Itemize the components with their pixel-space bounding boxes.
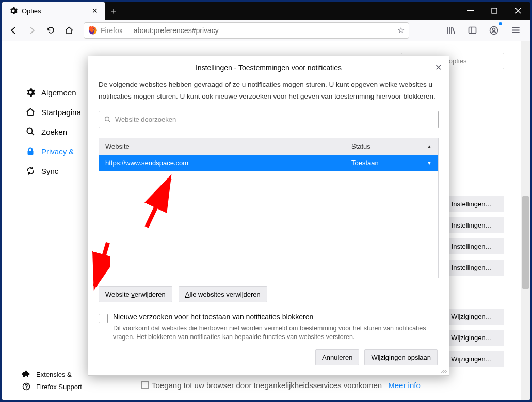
sort-ascending-icon: ▲ (427, 143, 432, 149)
bookmark-star-icon[interactable]: ☆ (397, 25, 405, 35)
window-close-button[interactable] (506, 2, 530, 20)
url-bar[interactable]: Firefox about:preferences#privacy ☆ (84, 22, 409, 39)
gear-icon (9, 7, 18, 15)
sidebar-item-label: Zoeken (41, 127, 67, 136)
gear-icon (25, 88, 36, 97)
accessibility-checkbox[interactable] (141, 381, 149, 389)
svg-rect-3 (469, 27, 476, 34)
block-new-requests-row: Nieuwe verzoeken voor het toestaan van n… (99, 313, 439, 342)
scrollbar[interactable] (521, 41, 530, 400)
dialog-close-icon[interactable]: ✕ (435, 62, 442, 72)
sidebar-item-label: Privacy & (41, 147, 74, 156)
account-icon[interactable] (486, 22, 502, 39)
back-button[interactable] (5, 22, 22, 39)
svg-rect-1 (492, 8, 497, 13)
window-controls (459, 2, 530, 20)
preferences-root: Zoeken in opties Algemeen Startpagina Zo… (2, 41, 530, 400)
content-area: Zoeken in opties Algemeen Startpagina Zo… (2, 41, 530, 400)
toolbar-right (442, 22, 527, 39)
home-icon (25, 107, 36, 117)
website-url: https://www.sendspace.com (99, 159, 345, 167)
minimize-button[interactable] (459, 2, 482, 20)
lock-icon (25, 147, 36, 156)
column-website[interactable]: Website (99, 142, 345, 150)
svg-rect-0 (467, 10, 474, 11)
column-status[interactable]: Status▲ (345, 142, 438, 150)
extensions-label: Extensies & (36, 371, 72, 378)
website-list-row[interactable]: https://www.sendspace.com Toestaan ▼ (99, 155, 438, 171)
puzzle-icon (21, 370, 32, 378)
support-link[interactable]: Firefox Support (21, 382, 82, 391)
forward-button[interactable] (24, 22, 40, 39)
svg-point-13 (105, 117, 109, 121)
support-label: Firefox Support (36, 383, 82, 391)
svg-rect-11 (28, 151, 34, 155)
maximize-button[interactable] (482, 2, 506, 20)
toolbar: Firefox about:preferences#privacy ☆ (2, 20, 530, 41)
accessibility-text: Toegang tot uw browser door toegankelijk… (152, 381, 421, 390)
new-tab-button[interactable]: ＋ (105, 2, 122, 20)
extensions-link[interactable]: Extensies & (21, 370, 82, 378)
website-search-input[interactable] (115, 116, 433, 123)
svg-point-9 (27, 128, 33, 134)
dialog-title-bar: Instellingen - Toestemmingen voor notifi… (88, 56, 449, 79)
remove-website-button[interactable]: Website verwijderen (99, 286, 172, 302)
block-requests-checkbox[interactable] (99, 314, 108, 323)
dialog-body: De volgende websites hebben gevraagd of … (88, 79, 449, 365)
website-list[interactable]: https://www.sendspace.com Toestaan ▼ (99, 155, 439, 278)
website-status-dropdown[interactable]: Toestaan ▼ (345, 159, 438, 167)
sidebar-icon[interactable] (464, 22, 480, 39)
menu-icon[interactable] (507, 22, 524, 39)
resize-handle-icon[interactable] (441, 367, 447, 373)
tab-title: Opties (22, 7, 90, 15)
more-info-link[interactable]: Meer info (388, 381, 421, 390)
svg-line-10 (32, 133, 35, 136)
firefox-icon (88, 26, 98, 35)
website-search-box[interactable] (99, 111, 439, 128)
library-icon[interactable] (442, 22, 459, 39)
dialog-footer: Annuleren Wijzigingen opslaan (99, 349, 439, 365)
close-icon[interactable]: ✕ (90, 6, 100, 16)
list-actions: Website verwijderen Alle websites verwij… (99, 286, 439, 302)
sidebar-item-label: Startpagina (41, 108, 81, 117)
home-button[interactable] (61, 22, 77, 39)
browser-tab[interactable]: Opties ✕ (2, 2, 105, 20)
search-icon (104, 116, 111, 123)
url-text: about:preferences#privacy (134, 26, 397, 35)
search-icon (25, 127, 36, 136)
website-status-value: Toestaan (351, 159, 379, 167)
sidebar-item-label: Algemeen (41, 88, 76, 97)
help-icon (21, 382, 32, 391)
permissions-dialog: Instellingen - Toestemmingen voor notifi… (88, 56, 449, 376)
reload-button[interactable] (42, 22, 59, 39)
chevron-down-icon: ▼ (427, 160, 432, 166)
remove-all-websites-button[interactable]: Alle websites verwijderen (179, 286, 267, 302)
sidebar-item-label: Sync (41, 167, 58, 175)
sync-icon (25, 166, 36, 175)
titlebar: Opties ✕ ＋ (2, 2, 530, 20)
svg-point-6 (493, 28, 495, 30)
url-identity[interactable]: Firefox (101, 26, 128, 35)
dialog-description: De volgende websites hebben gevraagd of … (99, 79, 439, 103)
dialog-title: Instellingen - Toestemmingen voor notifi… (196, 63, 342, 72)
save-button[interactable]: Wijzigingen opslaan (364, 349, 438, 365)
cancel-button[interactable]: Annuleren (315, 349, 359, 365)
list-header: Website Status▲ (99, 138, 439, 155)
app-window: Opties ✕ ＋ Firefox about:preferences#pri… (2, 2, 530, 400)
bottom-links: Extensies & Firefox Support (21, 370, 82, 391)
block-requests-label: Nieuwe verzoeken voor het toestaan van n… (113, 313, 439, 321)
block-requests-help: Dit voorkomt dat websites die hierboven … (113, 324, 439, 342)
scroll-thumb[interactable] (522, 196, 529, 289)
svg-line-14 (109, 121, 111, 123)
